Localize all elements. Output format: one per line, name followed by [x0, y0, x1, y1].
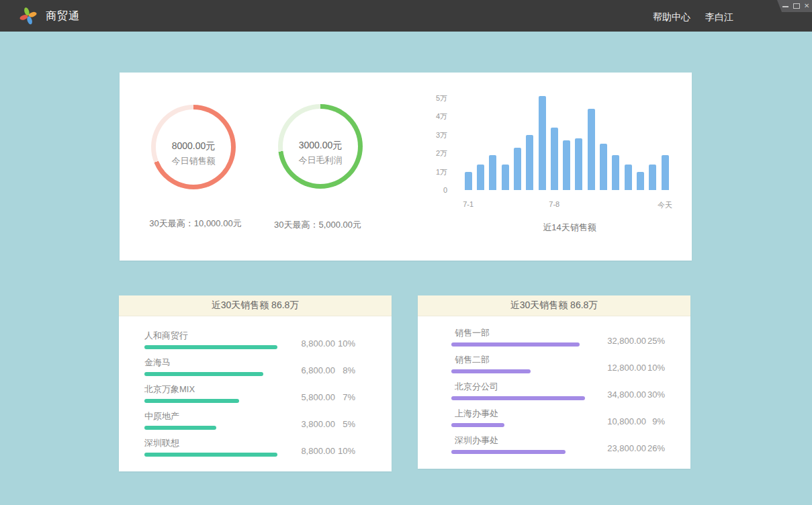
chart-bar	[489, 155, 496, 190]
rank-row-values: 34,800.0030%	[590, 389, 665, 400]
rank-row-amount: 6,800.00	[279, 365, 335, 375]
rank-row-values: 8,800.0010%	[279, 338, 355, 349]
rank-row-percent: 7%	[335, 392, 355, 402]
sales-14day-bar-chart: 01万2万3万4万5万7-17-8今天	[435, 82, 678, 190]
rank-row-values: 32,800.0025%	[590, 336, 665, 346]
chart-bar	[502, 165, 509, 190]
x-axis-tick: 7-1	[463, 200, 473, 208]
rank-row: 中原地产3,800.005%	[144, 411, 355, 430]
rank-row-bar	[451, 396, 585, 400]
current-user-link[interactable]: 李白江	[705, 11, 733, 24]
rank-row-amount: 5,800.00	[279, 392, 335, 402]
today-profit-gauge: 3000.00元 今日毛利润	[278, 104, 363, 189]
rank-row: 深圳办事处23,800.0026%	[451, 435, 665, 454]
chart-bar	[649, 165, 656, 190]
y-axis-tick: 2万	[435, 149, 447, 158]
gauge-inner: 3000.00元 今日毛利润	[283, 109, 358, 184]
rank-row: 深圳联想8,800.0010%	[144, 438, 355, 457]
maximize-icon[interactable]	[793, 3, 800, 9]
rank-rows: 人和商贸行8,800.0010%金海马6,800.008%北京万象MIX5,80…	[119, 316, 392, 457]
rank-row: 北京万象MIX5,800.007%	[144, 384, 355, 403]
chart-bar	[588, 109, 595, 190]
customer-sales-rank-card: 近30天销售额 86.8万 人和商贸行8,800.0010%金海马6,800.0…	[119, 295, 392, 471]
rank-row: 金海马6,800.008%	[144, 357, 355, 376]
close-icon[interactable]: ✕	[804, 1, 809, 11]
rank-row-bar	[144, 345, 277, 349]
rank-row-values: 3,800.005%	[279, 419, 355, 429]
rank-row-amount: 8,800.00	[279, 446, 335, 456]
rank-row-amount: 12,800.00	[590, 363, 646, 373]
y-axis-tick: 3万	[435, 131, 447, 140]
rank-row-bar	[451, 342, 580, 347]
rank-row-percent: 30%	[646, 389, 665, 400]
rank-card-title: 近30天销售额 86.8万	[418, 295, 690, 316]
y-axis-tick: 4万	[435, 112, 447, 121]
rank-row-amount: 34,800.00	[590, 389, 646, 400]
rank-row-values: 23,800.0026%	[590, 443, 665, 453]
rank-row-bar	[144, 426, 216, 430]
chart-bar	[662, 155, 669, 190]
today-profit-label: 今日毛利润	[299, 155, 343, 165]
rank-card-title: 近30天销售额 86.8万	[119, 295, 392, 316]
minimize-icon[interactable]	[782, 6, 788, 7]
x-axis-tick: 7-8	[549, 200, 559, 208]
department-sales-rank-card: 近30天销售额 86.8万 销售一部32,800.0025%销售二部12,800…	[418, 295, 690, 469]
chart-bar	[465, 172, 472, 190]
title-bar: 商贸通 帮助中心 李白江 ✕	[0, 0, 812, 32]
rank-row-amount: 32,800.00	[590, 336, 646, 346]
x-axis-tick: 今天	[658, 200, 672, 210]
y-axis-tick: 1万	[435, 168, 447, 177]
rank-row-percent: 26%	[646, 443, 665, 453]
rank-row-bar	[451, 450, 566, 454]
rank-row-percent: 10%	[335, 446, 355, 456]
chart-bar	[575, 138, 582, 190]
rank-row-bar	[451, 423, 504, 427]
rank-row-values: 10,800.009%	[590, 416, 665, 426]
chart-bar	[477, 165, 484, 190]
rank-row-bar	[451, 369, 531, 373]
rank-row-bar	[144, 399, 239, 403]
rank-row-amount: 3,800.00	[279, 419, 335, 429]
today-profit-value: 3000.00元	[299, 140, 343, 150]
rank-row-values: 6,800.008%	[279, 365, 355, 375]
rank-row: 上海办事处10,800.009%	[451, 408, 665, 427]
chart-bar	[514, 148, 521, 190]
y-axis-tick: 5万	[435, 94, 447, 103]
rank-row-amount: 23,800.00	[590, 443, 646, 453]
profit-30day-max: 30天最高：5,000.00元	[251, 219, 385, 231]
rank-row-percent: 9%	[646, 416, 665, 426]
rank-row-values: 12,800.0010%	[590, 363, 665, 373]
rank-row: 人和商贸行8,800.0010%	[144, 330, 355, 349]
help-center-link[interactable]: 帮助中心	[653, 11, 690, 24]
rank-row-bar	[144, 372, 263, 376]
rank-row: 北京分公司34,800.0030%	[451, 381, 665, 400]
chart-bar	[612, 155, 619, 190]
chart-bar	[625, 165, 632, 190]
rank-rows: 销售一部32,800.0025%销售二部12,800.0010%北京分公司34,…	[418, 316, 690, 454]
chart-bar	[563, 140, 570, 190]
chart-bar	[600, 144, 607, 190]
chart-bar	[551, 128, 558, 190]
rank-row-percent: 8%	[335, 365, 355, 375]
pinwheel-logo-icon	[19, 6, 38, 25]
window-controls: ✕	[773, 0, 812, 12]
rank-row: 销售二部12,800.0010%	[451, 355, 665, 373]
sales-30day-max: 30天最高：10,000.00元	[128, 218, 263, 230]
rank-row-values: 5,800.007%	[279, 392, 355, 402]
rank-row-bar	[144, 453, 277, 457]
rank-row-values: 8,800.0010%	[279, 446, 355, 456]
rank-row-percent: 10%	[335, 338, 355, 349]
today-sales-gauge: 8000.00元 今日销售额	[151, 105, 236, 189]
rank-row: 销售一部32,800.0025%	[451, 328, 665, 347]
chart-bar	[637, 172, 644, 190]
gauge-inner: 8000.00元 今日销售额	[156, 109, 231, 185]
rank-row-amount: 8,800.00	[279, 338, 335, 349]
app-title: 商贸通	[46, 9, 80, 24]
rank-row-percent: 25%	[646, 336, 665, 346]
rank-row-percent: 10%	[646, 363, 665, 373]
rank-row-amount: 10,800.00	[590, 416, 646, 426]
chart-bar	[526, 135, 533, 190]
today-sales-label: 今日销售额	[172, 156, 216, 166]
bar-chart-title: 近14天销售额	[464, 222, 675, 234]
today-sales-value: 8000.00元	[172, 140, 216, 151]
